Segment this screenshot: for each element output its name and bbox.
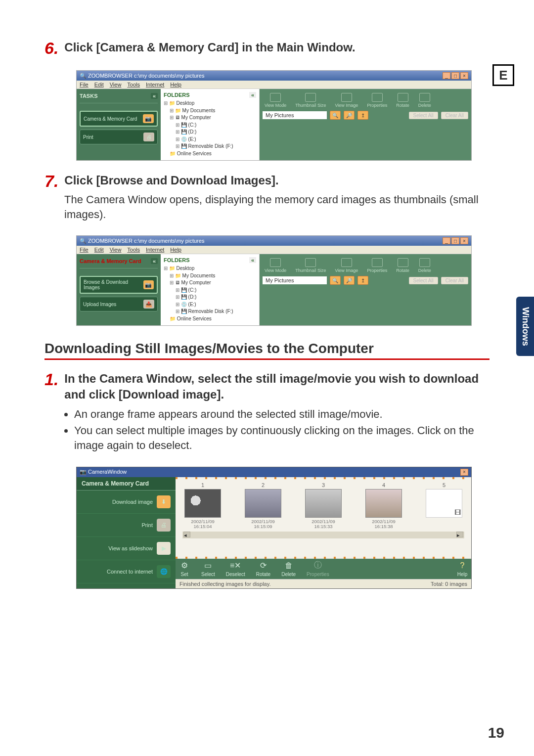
up-icon[interactable]: ↥ xyxy=(357,111,368,120)
tb-delete[interactable]: Delete xyxy=(418,93,431,108)
task-camera-memory[interactable]: Camera & Memory Card 📷 xyxy=(80,111,158,127)
tb-rotate[interactable]: Rotate xyxy=(396,258,409,273)
task-upload[interactable]: Upload Images 📤 xyxy=(80,297,158,311)
menu-help[interactable]: Help xyxy=(170,247,181,253)
print-icon: 🖨 xyxy=(157,519,171,532)
folder-tree[interactable]: 📁 Desktop 📁 My Documents 🖥 My Computer 💾… xyxy=(164,265,256,322)
cw-item-download[interactable]: Download image ⬇ xyxy=(77,490,176,514)
tree-mycomp[interactable]: 🖥 My Computer xyxy=(164,114,256,122)
tree-mycomp[interactable]: 🖥 My Computer xyxy=(164,279,256,287)
scroll-left-icon[interactable]: ◂ xyxy=(183,532,190,537)
tb-deselect[interactable]: ≡✕Deselect xyxy=(226,561,245,577)
minimize-icon[interactable]: _ xyxy=(443,237,450,244)
zoom-in-icon[interactable]: 🔍 xyxy=(330,111,341,120)
close-icon[interactable]: × xyxy=(460,237,468,244)
select-all-button[interactable]: Select All xyxy=(409,277,438,284)
scroll-right-icon[interactable]: ▸ xyxy=(456,532,463,537)
task-print[interactable]: Print 🖨 xyxy=(80,130,158,144)
thumbnail-5[interactable]: 5 xyxy=(424,482,464,530)
tb-rotate[interactable]: ⟳Rotate xyxy=(256,561,270,577)
tree-removable[interactable]: 💾 Removable Disk (F:) xyxy=(164,308,256,315)
cw-item-connect[interactable]: Connect to internet 🌐 xyxy=(77,560,176,583)
scrollbar[interactable]: ◂▸ xyxy=(182,532,464,538)
tb-thumb-size[interactable]: Thumbnail Size xyxy=(295,93,326,108)
back-icon[interactable]: « xyxy=(151,258,158,264)
menu-internet[interactable]: Internet xyxy=(146,247,164,253)
tb-view-mode[interactable]: View Mode xyxy=(265,93,286,108)
tree-mydocs[interactable]: 📁 My Documents xyxy=(164,272,256,280)
tree-removable[interactable]: 💾 Removable Disk (F:) xyxy=(164,143,256,150)
close-icon[interactable]: × xyxy=(460,469,468,476)
cw-item-label: Download image xyxy=(112,499,153,505)
maximize-icon[interactable]: □ xyxy=(451,72,459,79)
zoom-out-icon[interactable]: 🔎 xyxy=(344,276,355,285)
thumb-number: 4 xyxy=(382,482,385,488)
menu-help[interactable]: Help xyxy=(170,82,181,88)
tree-c[interactable]: 💾 (C:) xyxy=(164,287,256,294)
menu-file[interactable]: File xyxy=(80,247,89,253)
menu-tools[interactable]: Tools xyxy=(127,247,140,253)
collapse-icon[interactable]: « xyxy=(249,92,256,98)
status-bar: Finished collecting images for display. … xyxy=(176,579,471,588)
tb-properties[interactable]: Properties xyxy=(367,93,387,108)
task-browse-download[interactable]: Browse & Download Images 📷 xyxy=(80,276,158,294)
zoom-out-icon[interactable]: 🔎 xyxy=(344,111,355,120)
tb-delete[interactable]: Delete xyxy=(418,258,431,273)
tree-online[interactable]: 📁 Online Services xyxy=(164,315,256,323)
tree-desktop[interactable]: 📁 Desktop xyxy=(164,265,256,272)
thumbnail-3[interactable]: 3 2002/11/0916:15:33 xyxy=(303,482,344,530)
thumbnail-2[interactable]: 2 2002/11/0916:15:09 xyxy=(243,482,283,530)
tree-c[interactable]: 💾 (C:) xyxy=(164,122,256,129)
tb-help[interactable]: ?Help xyxy=(456,561,468,577)
tb-delete[interactable]: 🗑Delete xyxy=(281,561,296,577)
maximize-icon[interactable]: □ xyxy=(451,237,459,244)
step-7-number: 7. xyxy=(44,173,58,189)
view-toolbar: View Mode Thumbnail Size View Image Prop… xyxy=(263,257,468,276)
menu-view[interactable]: View xyxy=(110,247,122,253)
clear-all-button[interactable]: Clear All xyxy=(441,277,468,284)
upload-icon: 📤 xyxy=(143,300,154,309)
download-icon: ⬇ xyxy=(157,495,171,508)
minimize-icon[interactable]: _ xyxy=(443,72,450,79)
collapse-icon[interactable]: « xyxy=(151,93,158,99)
tree-mydocs[interactable]: 📁 My Documents xyxy=(164,107,256,115)
tb-view-image[interactable]: View Image xyxy=(335,258,358,273)
menu-tools[interactable]: Tools xyxy=(127,82,140,88)
tb-view-mode[interactable]: View Mode xyxy=(265,258,286,273)
tb-thumb-size[interactable]: Thumbnail Size xyxy=(295,258,326,273)
cw-item-print[interactable]: Print 🖨 xyxy=(77,514,176,537)
step-1-bullet-1: An orange frame appears around the selec… xyxy=(74,407,490,422)
tb-rotate[interactable]: Rotate xyxy=(396,93,409,108)
close-icon[interactable]: × xyxy=(460,72,468,79)
tree-desktop[interactable]: 📁 Desktop xyxy=(164,100,256,107)
thumbnail-4[interactable]: 4 2002/11/0916:15:38 xyxy=(363,482,404,530)
tree-e[interactable]: 💿 (E:) xyxy=(164,136,256,143)
up-icon[interactable]: ↥ xyxy=(357,276,368,285)
clear-all-button[interactable]: Clear All xyxy=(441,112,468,119)
menu-internet[interactable]: Internet xyxy=(146,82,164,88)
menu-file[interactable]: File xyxy=(80,82,89,88)
section-title: Downloading Still Images/Movies to the C… xyxy=(44,341,490,360)
collapse-icon[interactable]: « xyxy=(249,257,256,263)
menu-bar: File Edit View Tools Internet Help xyxy=(77,246,471,254)
tb-select[interactable]: ▭Select xyxy=(201,561,215,577)
menu-view[interactable]: View xyxy=(110,82,122,88)
thumbnail-1[interactable]: 1 2002/11/0916:15:04 xyxy=(182,482,223,530)
tree-d[interactable]: 💾 (D:) xyxy=(164,129,256,136)
tree-online[interactable]: 📁 Online Services xyxy=(164,150,256,158)
tb-set[interactable]: ⚙Set xyxy=(178,561,190,577)
cw-item-slideshow[interactable]: View as slideshow ▶ xyxy=(77,537,176,560)
step-1-heading: In the Camera Window, select the still i… xyxy=(64,371,490,401)
zoom-in-icon[interactable]: 🔍 xyxy=(330,276,341,285)
tb-properties[interactable]: ⓘProperties xyxy=(307,561,329,577)
menu-edit[interactable]: Edit xyxy=(94,82,104,88)
tree-d[interactable]: 💾 (D:) xyxy=(164,294,256,301)
cw-item-label: Print xyxy=(141,522,153,528)
select-all-button[interactable]: Select All xyxy=(409,112,438,119)
folder-tree[interactable]: 📁 Desktop 📁 My Documents 🖥 My Computer 💾… xyxy=(164,100,256,157)
tb-view-image[interactable]: View Image xyxy=(335,93,358,108)
menu-edit[interactable]: Edit xyxy=(94,247,104,253)
tree-e[interactable]: 💿 (E:) xyxy=(164,301,256,309)
section-letter: E xyxy=(492,64,514,86)
tb-properties[interactable]: Properties xyxy=(367,258,387,273)
